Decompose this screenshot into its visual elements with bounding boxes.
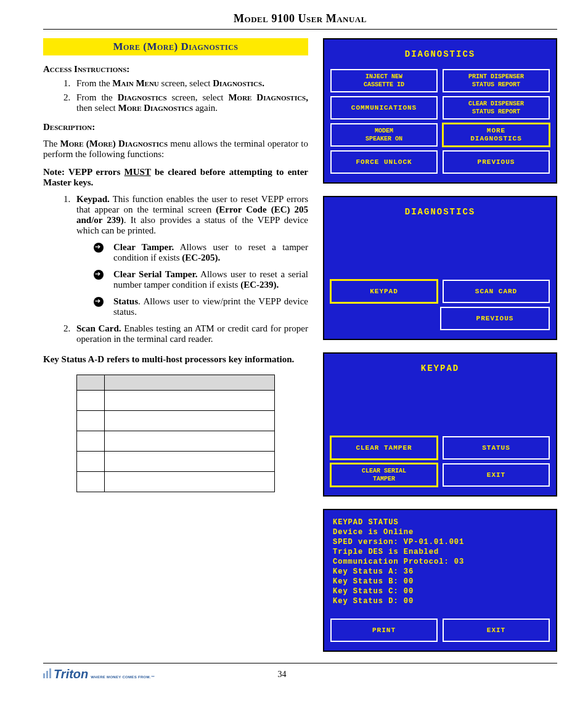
menu-ref: Diagnostics	[118, 92, 167, 102]
access-heading: Access Instructions:	[43, 64, 308, 75]
table-cell	[76, 472, 104, 492]
text-bold: (EC-239).	[240, 280, 279, 290]
exit-button[interactable]: EXIT	[443, 463, 550, 487]
description-heading: Description:	[43, 122, 308, 132]
scan-card-button[interactable]: SCAN CARD	[443, 280, 550, 303]
table-header-cell	[104, 375, 275, 391]
func-clear-serial-tamper: Clear Serial Tamper. Allows user to rese…	[94, 269, 308, 290]
footer-rule	[43, 663, 557, 663]
table-cell	[104, 472, 275, 492]
previous-button[interactable]: PREVIOUS	[443, 150, 550, 174]
force-unlock-button[interactable]: FORCE UNLOCK	[330, 150, 438, 174]
func-label: Clear Serial Tamper.	[113, 269, 197, 279]
screen-title: DIAGNOSTICS	[330, 49, 550, 59]
status-line: Communication Protocol: 03	[333, 557, 550, 567]
text: screen, select	[167, 92, 229, 102]
table-cell	[76, 391, 104, 411]
text: . Allows user to view/print the VEPP dev…	[113, 296, 308, 317]
text: screen, select	[159, 78, 213, 88]
print-dispenser-status-button[interactable]: PRINT DISPENSERSTATUS REPORT	[443, 69, 550, 92]
func-scan-card: Scan Card. Enables testing an ATM or cre…	[73, 323, 308, 344]
table-cell	[104, 411, 275, 431]
screen-diagnostics-1: DIAGNOSTICS INJECT NEWCASSETTE ID PRINT …	[323, 38, 557, 184]
keypad-status-text: KEYPAD STATUS Device is Online SPED vers…	[333, 517, 550, 606]
page-number: 34	[278, 670, 287, 680]
inject-new-cassette-id-button[interactable]: INJECT NEWCASSETTE ID	[330, 69, 438, 92]
description-intro: The More (More) Diagnostics menu allows …	[43, 139, 308, 160]
table-cell	[104, 391, 275, 411]
func-keypad: Keypad. This function enables the user t…	[73, 194, 308, 317]
table-cell	[76, 452, 104, 472]
text-underline: MUST	[125, 167, 151, 177]
text: From the	[76, 78, 112, 88]
page-footer: Triton WHERE MONEY COMES FROM.™ 34	[43, 667, 557, 681]
text: again.	[193, 103, 218, 113]
communications-button[interactable]: COMMUNICATIONS	[330, 96, 438, 120]
key-status-note: Key Status A-D refers to multi-host proc…	[43, 354, 308, 365]
screen-title: DIAGNOSTICS	[330, 207, 550, 217]
func-label: Clear Tamper.	[113, 242, 174, 252]
clear-dispenser-status-button[interactable]: CLEAR DISPENSERSTATUS REPORT	[443, 96, 550, 120]
screen-keypad: KEYPAD CLEAR TAMPER STATUS CLEAR SERIALT…	[323, 352, 557, 497]
keypad-button[interactable]: KEYPAD	[330, 280, 438, 303]
text: The	[43, 139, 60, 148]
func-label: Status	[113, 296, 138, 306]
triton-logo: Triton WHERE MONEY COMES FROM.™	[43, 667, 155, 681]
text: From the	[76, 92, 118, 102]
access-instructions: From the Main Menu screen, select Diagno…	[43, 78, 308, 113]
func-label: Keypad.	[76, 194, 110, 204]
func-label: Scan Card.	[76, 323, 121, 333]
clear-tamper-button[interactable]: CLEAR TAMPER	[330, 436, 438, 460]
access-step-1: From the Main Menu screen, select Diagno…	[73, 78, 308, 89]
print-button[interactable]: PRINT	[330, 619, 438, 642]
empty-slot	[330, 307, 435, 330]
text: then select	[76, 103, 118, 113]
table-cell	[76, 411, 104, 431]
left-column: More (More) Diagnostics Access Instructi…	[43, 38, 308, 652]
logo-tagline: WHERE MONEY COMES FROM.™	[91, 675, 155, 679]
text-bold: (EC-205).	[182, 253, 220, 262]
status-line: KEYPAD STATUS	[333, 517, 550, 527]
logo-bars-icon	[43, 668, 51, 678]
table-cell	[104, 452, 275, 472]
menu-ref: Main Menu	[112, 78, 158, 88]
right-column: DIAGNOSTICS INJECT NEWCASSETTE ID PRINT …	[323, 38, 557, 652]
screen-keypad-status: KEYPAD STATUS Device is Online SPED vers…	[323, 509, 557, 652]
status-line: Key Status B: 00	[333, 577, 550, 586]
table-cell	[76, 431, 104, 452]
status-line: Device is Online	[333, 527, 550, 537]
status-line: SPED version: VP-01.01.001	[333, 537, 550, 547]
screen-diagnostics-2: DIAGNOSTICS KEYPAD SCAN CARD PREVIOUS	[323, 196, 557, 340]
text: Note: VEPP errors	[43, 167, 125, 177]
func-status: Status. Allows user to view/print the VE…	[94, 296, 308, 317]
access-step-2: From the Diagnostics screen, select More…	[73, 92, 308, 113]
exit-button[interactable]: EXIT	[443, 619, 550, 642]
blank-table	[76, 375, 276, 492]
status-line: Key Status C: 00	[333, 586, 550, 596]
more-diagnostics-button[interactable]: MOREDIAGNOSTICS	[443, 123, 550, 147]
screen-title: KEYPAD	[330, 363, 550, 373]
menu-ref: More Diagnostics	[118, 103, 193, 113]
clear-serial-tamper-button[interactable]: CLEAR SERIALTAMPER	[330, 463, 438, 487]
menu-ref: More (More) Diagnostics	[60, 139, 168, 148]
menu-ref: Diagnostics.	[213, 78, 264, 88]
function-list: Keypad. This function enables the user t…	[43, 194, 308, 344]
modem-speaker-toggle[interactable]: MODEMSPEAKER ON	[330, 123, 438, 147]
previous-button[interactable]: PREVIOUS	[440, 307, 550, 330]
table-cell	[104, 431, 275, 452]
vepp-note: Note: VEPP errors MUST be cleared before…	[43, 167, 308, 188]
logo-text: Triton	[54, 667, 88, 681]
func-clear-tamper: Clear Tamper. Allows user to reset a tam…	[94, 242, 308, 263]
status-line: Key Status D: 00	[333, 596, 550, 606]
status-line: Key Status A: 36	[333, 567, 550, 577]
section-title: More (More) Diagnostics	[43, 38, 308, 55]
page-header: Model 9100 User Manual	[43, 12, 557, 30]
status-button[interactable]: STATUS	[443, 436, 550, 460]
table-header-cell	[76, 375, 104, 391]
menu-ref: More Diagnostics,	[228, 92, 308, 102]
status-line: Triple DES is Enabled	[333, 547, 550, 557]
